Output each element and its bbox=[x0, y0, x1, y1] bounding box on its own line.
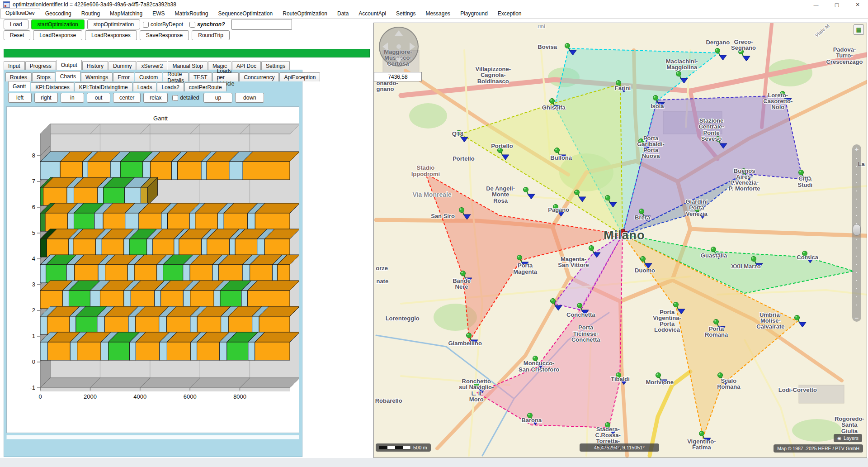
out-button[interactable]: out bbox=[87, 93, 110, 103]
right-button[interactable]: right bbox=[34, 93, 58, 103]
map-view[interactable]: Maggiore-Musocco-CertosaBovisaDerganoGre… bbox=[373, 23, 867, 458]
zoom-out-icon[interactable]: − bbox=[852, 314, 861, 322]
maximize-button[interactable]: ▢ bbox=[826, 0, 847, 9]
charttab-kpi-distances[interactable]: KPI:Distances bbox=[31, 82, 74, 91]
load-button[interactable]: Load bbox=[4, 19, 28, 29]
menu-item-optiflowdev[interactable]: OptiflowDev bbox=[0, 9, 40, 18]
down-button[interactable]: down bbox=[235, 93, 264, 103]
roundtrip-button[interactable]: RoundTrip bbox=[192, 30, 230, 40]
center-button[interactable]: center bbox=[113, 93, 141, 103]
tab-api-doc[interactable]: API Doc bbox=[232, 61, 261, 70]
zoom-in-icon[interactable]: + bbox=[852, 145, 861, 153]
menu-item-ews[interactable]: EWS bbox=[147, 10, 170, 18]
synchron-checkbox-input[interactable] bbox=[189, 22, 195, 28]
detailed-checkbox-input[interactable] bbox=[172, 95, 178, 101]
in-button[interactable]: in bbox=[61, 93, 84, 103]
menu-item-sequenceoptimization[interactable]: SequenceOptimization bbox=[213, 10, 278, 18]
subtab-stops[interactable]: Stops bbox=[32, 72, 55, 81]
tab-output[interactable]: Output bbox=[57, 60, 82, 70]
svg-text:8: 8 bbox=[32, 152, 35, 159]
subtab-error[interactable]: Error bbox=[113, 72, 134, 81]
menu-item-data[interactable]: Data bbox=[332, 10, 354, 18]
charttab-loads2[interactable]: Loads2 bbox=[157, 82, 184, 91]
subtab-apiexception[interactable]: ApiException bbox=[279, 72, 320, 81]
menu-item-routing[interactable]: Routing bbox=[76, 10, 105, 18]
saveresponse-button[interactable]: SaveResponse bbox=[140, 30, 189, 40]
pan-up-icon[interactable] bbox=[395, 30, 403, 36]
toolbar-row-2: ResetLoadResponseLoadResponsesSaveRespon… bbox=[4, 30, 232, 40]
menu-item-playground[interactable]: Playground bbox=[455, 10, 493, 18]
tab-xserver2[interactable]: xServer2 bbox=[137, 61, 167, 70]
svg-text:6000: 6000 bbox=[184, 393, 197, 400]
reset-button[interactable]: Reset bbox=[4, 30, 30, 40]
menu-item-routeoptimization[interactable]: RouteOptimization bbox=[278, 10, 332, 18]
up-button[interactable]: up bbox=[203, 93, 232, 103]
menu-item-geocoding[interactable]: Geocoding bbox=[40, 10, 76, 18]
svg-text:3: 3 bbox=[32, 281, 35, 288]
synchron-checkbox[interactable]: synchron? bbox=[189, 21, 225, 28]
subtab-route-details[interactable]: Route Details bbox=[163, 72, 189, 81]
svg-text:Gantt: Gantt bbox=[153, 115, 168, 122]
charttab-gantt[interactable]: Gantt bbox=[8, 81, 30, 91]
map-zoom-slider[interactable]: + − bbox=[852, 144, 861, 322]
loadresponse-button[interactable]: LoadResponse bbox=[33, 30, 82, 40]
charttab-costperroute[interactable]: costPerRoute bbox=[184, 82, 226, 91]
startoptimization-button[interactable]: startOptimization bbox=[31, 19, 85, 29]
subtab-custom[interactable]: Custom bbox=[135, 72, 162, 81]
svg-text:0: 0 bbox=[32, 358, 35, 365]
menu-item-exception[interactable]: Exception bbox=[493, 10, 527, 18]
tab-progress[interactable]: Progress bbox=[25, 61, 56, 70]
gantt-chart: Gantt02000400060008000876543210-1 bbox=[7, 107, 299, 432]
map-pan-compass[interactable] bbox=[379, 27, 419, 67]
svg-text:0: 0 bbox=[38, 393, 42, 400]
loadresponses-button[interactable]: LoadResponses bbox=[85, 30, 137, 40]
gantt-chart-panel: Gantt02000400060008000876543210-1 bbox=[6, 106, 299, 433]
left-button[interactable]: left bbox=[8, 93, 32, 103]
free-text-input[interactable] bbox=[231, 19, 292, 30]
tabstrip-charts: GanttKPI:DistancesKPI:TotalDrivingtimeLo… bbox=[8, 81, 227, 91]
subtab-concurrency[interactable]: Concurrency bbox=[239, 72, 279, 81]
subtab-routes[interactable]: Routes bbox=[5, 72, 32, 81]
app-icon bbox=[3, 1, 10, 8]
pan-right-icon[interactable] bbox=[410, 43, 415, 51]
panel-footer bbox=[6, 435, 299, 439]
detailed-checkbox[interactable]: detailed bbox=[172, 95, 199, 101]
subtab-test[interactable]: TEST bbox=[189, 72, 212, 81]
tab-settings[interactable]: Settings bbox=[261, 61, 290, 70]
map-overview-toggle-icon[interactable]: ▦ bbox=[854, 24, 864, 35]
menu-item-accountapi[interactable]: AccountApi bbox=[354, 10, 391, 18]
toolbar-row-1: LoadstartOptimizationstopOptimizationcol… bbox=[4, 19, 292, 30]
pan-center-icon[interactable] bbox=[396, 44, 401, 49]
tabstrip-output: RoutesStopsChartsWarningsErrorCustomRout… bbox=[5, 71, 321, 81]
stopoptimization-button[interactable]: stopOptimization bbox=[87, 19, 140, 29]
svg-text:6: 6 bbox=[32, 204, 35, 210]
charttab-kpi-totaldrivingtime[interactable]: KPI:TotalDrivingtime bbox=[75, 82, 132, 91]
pan-down-icon[interactable] bbox=[395, 57, 403, 63]
menu-item-messages[interactable]: Messages bbox=[420, 10, 455, 18]
colorbydepot-checkbox[interactable]: colorByDepot bbox=[143, 21, 183, 28]
zoom-knob[interactable] bbox=[853, 224, 861, 236]
tab-dummy[interactable]: Dummy bbox=[108, 61, 136, 70]
menu-item-matrixrouting[interactable]: MatrixRouting bbox=[170, 10, 213, 18]
menu-item-mapmatching[interactable]: MapMatching bbox=[105, 10, 147, 18]
minimize-button[interactable]: — bbox=[806, 0, 826, 9]
charttab-loads[interactable]: Loads bbox=[133, 82, 157, 91]
layers-button[interactable]: ◉ Layers bbox=[834, 434, 862, 442]
relax-button[interactable]: relax bbox=[143, 93, 168, 103]
menu-item-settings[interactable]: Settings bbox=[391, 10, 420, 18]
svg-text:2: 2 bbox=[32, 307, 35, 314]
map-scale-bar: 500 m bbox=[376, 443, 431, 452]
subtab-warnings[interactable]: Warnings bbox=[81, 72, 113, 81]
colorbydepot-checkbox-input[interactable] bbox=[143, 22, 149, 28]
pan-left-icon[interactable] bbox=[382, 43, 388, 51]
svg-text:8000: 8000 bbox=[233, 393, 246, 400]
tab-history[interactable]: History bbox=[82, 61, 108, 70]
tab-manual-stop[interactable]: Manual Stop bbox=[168, 61, 207, 70]
tab-input[interactable]: Input bbox=[4, 61, 25, 70]
subtab-charts[interactable]: Charts bbox=[56, 71, 80, 81]
title-bar: optimizationIdentifier.Id = 4226e606-3a4… bbox=[0, 0, 868, 10]
subtab-loads-per-vehicle[interactable]: Loads per Vehicle bbox=[212, 72, 239, 81]
close-button[interactable]: ✕ bbox=[847, 0, 868, 9]
window-title: optimizationIdentifier.Id = 4226e606-3a4… bbox=[13, 1, 176, 8]
svg-text:2000: 2000 bbox=[84, 393, 97, 400]
